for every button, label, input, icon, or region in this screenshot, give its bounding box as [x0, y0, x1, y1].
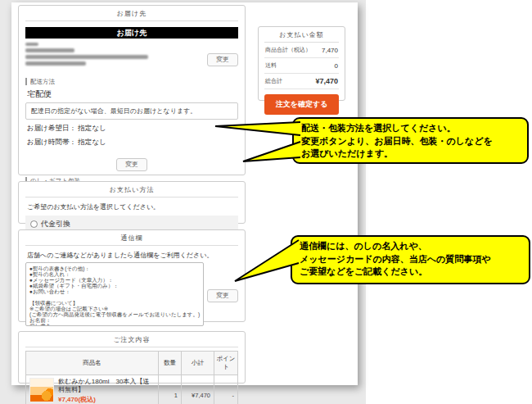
callout-line: お選びいただけます。 [301, 148, 520, 161]
col-product: 商品名 [26, 352, 159, 375]
callout-line: 変更ボタンより、お届日時、包装・のしなどを [301, 135, 520, 148]
callout-message-annotation: 通信欄には、のしの名入れや、 メッセージカードの内容、当店への質問事項や ご要望… [291, 235, 530, 284]
redacted-address-line [25, 48, 74, 52]
callout-line: ご要望などをご記載ください。 [300, 266, 521, 279]
textarea-line: ※ご希望の場合はご記載下さい※ [29, 306, 200, 311]
cod-radio-label: 代金引換 [41, 219, 70, 229]
item-subtotal: ¥7,470 [182, 375, 214, 404]
summary-row-total: 総合計 ¥7,470 [264, 74, 339, 89]
textarea-line: ●お問い合わせ： [29, 288, 200, 294]
order-table-header: 商品名 数量 小計 ポイント [26, 352, 238, 375]
product-name: 飲むみかん180ml 30本入【送料無料】 [58, 378, 155, 394]
callout-line: メッセージカードの内容、当店への質問事項や [300, 253, 521, 266]
callout-shipping-annotation: 配送・包装方法を選択してください。 変更ボタンより、お届日時、包装・のしなどを … [292, 117, 529, 164]
desired-date-line: お届け希望日： 指定なし [27, 124, 238, 134]
summary-row-subtotal: 商品合計（税込） 7,470 [264, 43, 339, 58]
summary-row-shipping: 送料 0 [264, 58, 339, 74]
order-item-row: 飲むみかん180ml 30本入【送料無料】 ¥7,470(税込) 北海道・沖縄県… [26, 375, 238, 404]
time-slot-line: お届け時間帯： 指定なし [27, 138, 238, 148]
callout-line: 配送・包装方法を選択してください。 [301, 122, 520, 135]
section-delivery: お届け先 お届け先 変更 配送方法 宅配便 配達日の指定がない場合、最短日のお届… [18, 5, 246, 175]
textarea-line: 【領収書について】 [29, 300, 200, 306]
summary-label: 送料 [265, 61, 277, 70]
order-section-title: ご注文内容 [25, 332, 238, 347]
screenshot-canvas: お届け先 お届け先 変更 配送方法 宅配便 配達日の指定がない場合、最短日のお届… [0, 0, 532, 404]
section-payment-method: お支払い方法 ご希望のお支払い方法を選択してください。 代金引換 [18, 181, 246, 224]
textarea-line: ●メッセージカード（文章入力）： [29, 277, 200, 283]
message-prompt: 店舗へのご連絡などがありましたら通信欄をご利用ください。 [27, 251, 238, 260]
shipping-method-label: 配送方法 [25, 78, 238, 85]
order-table: 商品名 数量 小計 ポイント 飲むみかん180ml 30本入【送料無料】 ¥7,… [25, 351, 238, 404]
summary-value: 7,470 [322, 47, 338, 54]
summary-value: ¥7,470 [315, 77, 338, 85]
redacted-address-line [25, 43, 38, 46]
payment-method-title: お支払い方法 [25, 182, 238, 197]
payment-summary-panel: お支払い金額 商品合計（税込） 7,470 送料 0 総合計 ¥7,470 注文… [258, 26, 345, 101]
item-qty: 1 [159, 375, 182, 404]
item-points: - [214, 375, 238, 404]
redacted-address-line [25, 55, 148, 59]
payment-method-prompt: ご希望のお支払い方法を選択してください。 [27, 202, 238, 211]
summary-title: お支払い金額 [264, 27, 339, 43]
change-message-button[interactable]: 変更 [207, 289, 238, 302]
textarea-line: 但し書き： [29, 323, 200, 326]
delivery-address-block: 変更 [25, 43, 238, 72]
product-image [29, 378, 54, 402]
change-shipping-button[interactable]: 変更 [116, 158, 147, 171]
col-subtotal: 小計 [182, 352, 214, 375]
product-price: ¥7,470(税込) [58, 395, 155, 404]
section-order-contents: ご注文内容 商品名 数量 小計 ポイント 飲むみかん180ml 30本入【送料無… [18, 331, 246, 384]
redacted-address-line [25, 61, 86, 66]
confirm-order-button[interactable]: 注文を確定する [264, 94, 339, 115]
textarea-line: お名前： [29, 317, 200, 323]
summary-label: 商品合計（税込） [265, 46, 311, 54]
summary-value: 0 [335, 62, 338, 70]
message-textarea[interactable]: ●熨斗の表書き(その他)： ●熨斗の名入れ： ●メッセージカード（文章入力）： … [25, 262, 204, 326]
textarea-line: ●熨斗の表書き(その他)： [29, 266, 200, 271]
shipping-note: 配達日の指定がない場合、最短日のお届けとなります。 [25, 102, 238, 120]
col-points: ポイント [214, 352, 238, 375]
summary-label: 総合計 [265, 77, 282, 85]
col-qty: 数量 [159, 352, 182, 375]
textarea-line [29, 294, 200, 300]
recipient-redacted-bar: お届け先 [25, 27, 238, 39]
textarea-line: ●紙袋希望（ギフト・自宅用のみ）： [29, 283, 200, 288]
message-section-title: 通信欄 [25, 230, 238, 246]
shipping-method-value: 宅配便 [27, 89, 238, 100]
cod-radio[interactable] [30, 220, 38, 228]
section-message: 通信欄 店舗へのご連絡などがありましたら通信欄をご利用ください。 ●熨斗の表書き… [18, 229, 246, 322]
textarea-line: (ご希望の方へ商品発送後に電子領収書をメールでお送りいたします。) [29, 311, 200, 317]
callout-line: 通信欄には、のしの名入れや、 [300, 240, 521, 253]
change-address-button[interactable]: 変更 [207, 53, 238, 66]
textarea-line: ●熨斗の名入れ： [29, 271, 200, 277]
delivery-section-title: お届け先 [25, 6, 238, 21]
